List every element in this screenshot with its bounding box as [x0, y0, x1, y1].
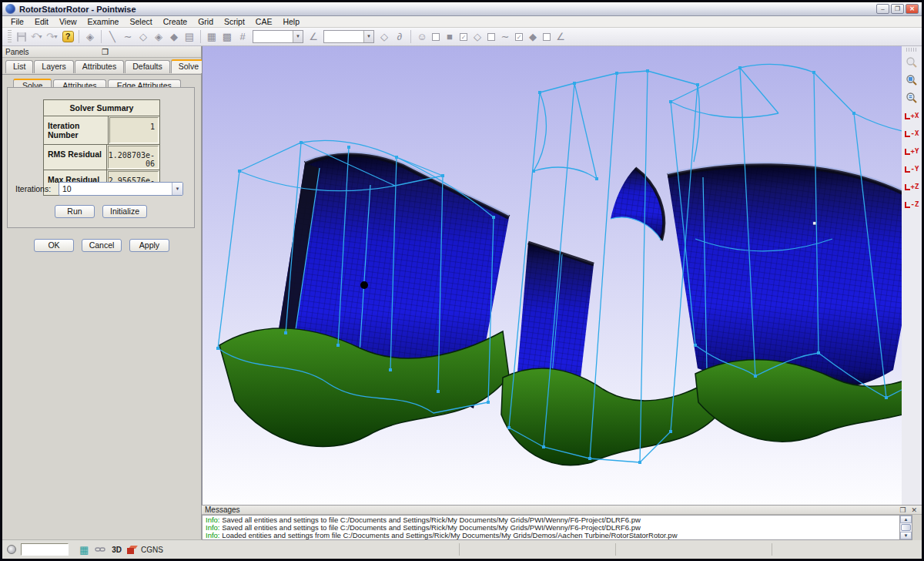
create-curve-button[interactable]: ∼ [120, 29, 136, 44]
zoom-button[interactable] [904, 54, 920, 70]
redo-button[interactable]: ↷▼ [45, 29, 60, 44]
menu-grid[interactable]: Grid [192, 17, 219, 26]
messages-scrollbar[interactable]: ▲ ▼ [899, 515, 912, 540]
structured-grid-button[interactable]: ▦ [204, 29, 219, 44]
create-domain-button[interactable]: ◇ [136, 29, 151, 44]
close-button[interactable]: ✕ [906, 4, 919, 14]
redo-dropdown-icon: ▼ [53, 34, 59, 39]
angle-button[interactable]: ∠ [306, 29, 321, 44]
status-light-icon [7, 545, 16, 554]
derivative-button[interactable]: ∂ [392, 29, 407, 44]
menu-select[interactable]: Select [124, 17, 157, 26]
create-connector-button[interactable]: ╲ [105, 29, 120, 44]
viewport-3d-scene[interactable] [203, 46, 902, 505]
tab-layers[interactable]: Layers [34, 60, 74, 73]
mask-database-checkbox[interactable] [432, 33, 440, 41]
help-button[interactable]: ? [60, 29, 75, 44]
mask-spacing-checkbox[interactable] [543, 33, 551, 41]
view-toolbar: +X -X +Y -Y +Z -Z [901, 46, 922, 505]
scroll-down-icon[interactable]: ▼ [900, 532, 912, 539]
messages-list[interactable]: Info: Saved all entities and settings to… [202, 515, 899, 540]
view-minus-x-button[interactable]: -X [904, 125, 920, 141]
run-button[interactable]: Run [55, 205, 95, 218]
restore-button[interactable]: ❐ [891, 4, 904, 14]
axis-icon [905, 166, 910, 173]
selected-point-marker[interactable] [360, 281, 368, 289]
minimize-button[interactable]: – [876, 4, 889, 14]
domain-icon: ◇ [139, 31, 147, 42]
surface-icon: ◈ [155, 31, 162, 42]
mask-database-button[interactable]: ☺ [414, 29, 430, 44]
axis-icon [905, 202, 910, 208]
undo-button[interactable]: ↶▼ [29, 29, 45, 44]
axis-label: +Z [911, 183, 919, 190]
scroll-thumb[interactable] [901, 524, 911, 531]
toolbar-grip[interactable] [8, 30, 12, 43]
messages-close-icon[interactable]: ✕ [911, 506, 917, 514]
row-label: RMS Residual [44, 145, 107, 170]
angle-value[interactable] [324, 31, 363, 42]
initialize-button[interactable]: Initialize [102, 205, 147, 218]
view-plus-z-button[interactable]: +Z [904, 178, 920, 194]
cancel-button[interactable]: Cancel [82, 239, 122, 252]
mask-spacing-button[interactable]: ◆ [525, 29, 541, 44]
iterations-dropdown-icon[interactable]: ▼ [172, 183, 182, 195]
highlight-node [813, 222, 816, 225]
dimension-button[interactable]: # [235, 29, 250, 44]
menu-examine[interactable]: Examine [82, 17, 125, 26]
tab-defaults[interactable]: Defaults [125, 60, 170, 73]
menu-view[interactable]: View [54, 17, 82, 26]
zoom-to-fit-button[interactable] [904, 72, 920, 88]
status-separator [615, 543, 616, 556]
menu-cae[interactable]: CAE [250, 17, 278, 26]
angle-combobox[interactable]: ▼ [323, 30, 374, 43]
app-globe-icon [5, 4, 15, 14]
zoom-equal-button[interactable] [904, 89, 920, 106]
messages-panel: Messages ❐ ✕ Info: Saved all entities an… [202, 505, 922, 539]
view-plus-x-button[interactable]: +X [904, 107, 920, 123]
mask-connector-button[interactable]: ∼ [497, 29, 513, 44]
save-button[interactable] [14, 29, 29, 44]
tab-attributes[interactable]: Attributes [75, 60, 124, 73]
dimension-value[interactable] [253, 31, 293, 42]
mask-block-button[interactable]: ■ [442, 29, 457, 44]
view-plus-y-button[interactable]: +Y [904, 143, 920, 159]
assemble-button[interactable]: ◇ [377, 29, 392, 44]
layers-button[interactable]: ◈ [82, 29, 98, 44]
mask-domain-checkbox[interactable] [487, 33, 495, 41]
title-bar: RotorStatorRotor - Pointwise – ❐ ✕ [2, 2, 922, 16]
viewport-3d[interactable] [202, 46, 901, 505]
create-block-button[interactable]: ▤ [182, 29, 197, 44]
panels-float-icon[interactable]: ❐ [102, 48, 198, 56]
iterations-combobox[interactable]: 10 ▼ [59, 182, 183, 196]
ok-button[interactable]: OK [34, 239, 74, 252]
mask-domain-button[interactable]: ◇ [470, 29, 485, 44]
scroll-up-icon[interactable]: ▲ [900, 516, 912, 523]
point-icon: ∠ [556, 31, 565, 42]
mask-block-checkbox[interactable]: ✓ [460, 33, 467, 41]
view-minus-y-button[interactable]: -Y [904, 160, 920, 176]
menu-script[interactable]: Script [219, 17, 250, 26]
messages-float-icon[interactable]: ❐ [899, 506, 906, 514]
extrude-icon: ◆ [170, 31, 178, 42]
menu-edit[interactable]: Edit [29, 17, 54, 26]
unstructured-grid-button[interactable]: ▩ [219, 29, 235, 44]
create-extrude-button[interactable]: ◆ [166, 29, 182, 44]
mask-point-button[interactable]: ∠ [553, 29, 568, 44]
mask-connector-checkbox[interactable]: ✓ [515, 33, 523, 41]
angle-dropdown-icon[interactable]: ▼ [363, 31, 373, 42]
assemble-icon: ◇ [380, 31, 388, 42]
iterations-value[interactable]: 10 [59, 183, 172, 195]
dimension-dropdown-icon[interactable]: ▼ [293, 31, 303, 42]
menu-create[interactable]: Create [158, 17, 193, 26]
view-minus-z-button[interactable]: -Z [904, 196, 920, 212]
menu-file[interactable]: File [5, 17, 29, 26]
tab-list[interactable]: List [5, 60, 33, 73]
view-toolbar-grip[interactable] [906, 48, 917, 52]
dimension-combobox[interactable]: ▼ [253, 30, 303, 43]
menu-help[interactable]: Help [277, 17, 305, 26]
create-surface-button[interactable]: ◈ [151, 29, 166, 44]
layers-icon: ◈ [86, 31, 94, 42]
message-line: Info: Loaded entities and settings from … [206, 532, 899, 539]
apply-button[interactable]: Apply [129, 239, 169, 252]
